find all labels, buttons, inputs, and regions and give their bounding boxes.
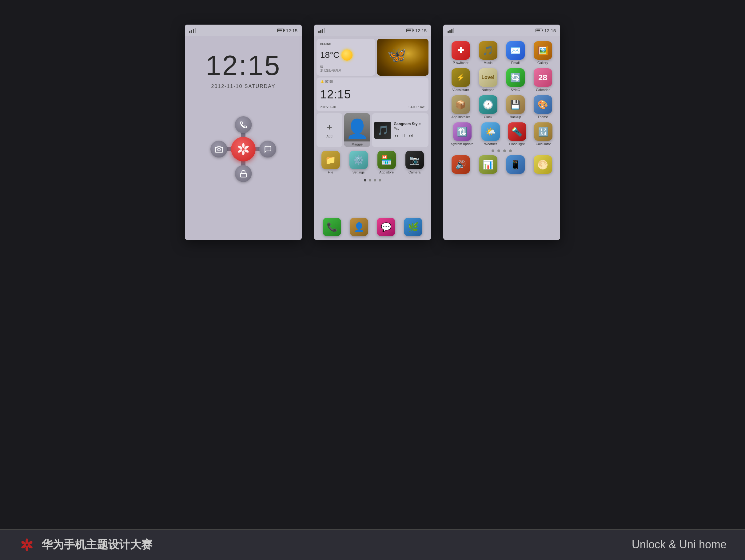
music-widget[interactable]: 🎵 Gangnam Style Psy ⏮ ⏸ ⏭ (372, 113, 428, 147)
weather-city: BEIJING (320, 42, 371, 45)
footer-divider (0, 529, 745, 530)
app-calendar[interactable]: 28 Calendar (534, 68, 552, 92)
photo-widget[interactable] (377, 39, 428, 76)
flashlight-label: Flash light (509, 142, 524, 146)
dot-4 (379, 179, 381, 182)
status-right-2: 12:15 (406, 28, 427, 33)
app-file[interactable]: 📁 File (321, 151, 340, 174)
app-clock[interactable]: 🕐 Clock (479, 95, 497, 119)
status-time-3: 12:15 (544, 28, 556, 33)
app-flashlight[interactable]: 🔦 Flash light (508, 122, 526, 146)
clock-label: Clock (484, 115, 492, 119)
phone1-lockscreen: 12:15 12:15 2012-11-10 SATURDAY (185, 25, 302, 240)
app-camera[interactable]: 📷 Camera (406, 151, 424, 174)
huawei-home-button[interactable] (231, 137, 256, 161)
extra4-icon: 🌕 (534, 155, 552, 174)
clock-widget[interactable]: 🔔 07:58 12:15 2012-11-10 SATURDAY (317, 77, 428, 111)
prev-button[interactable]: ⏮ (394, 133, 399, 138)
app-pswitcher[interactable]: ✚ P-switcher (452, 41, 470, 65)
battery-icon-2 (406, 29, 413, 32)
app-extra2[interactable]: 📊 (479, 155, 497, 174)
dock-message-icon: 💬 (377, 218, 395, 236)
p3dot-2 (497, 150, 500, 152)
app-theme[interactable]: 🎨 Theme (534, 95, 552, 119)
calendar-label: Calendar (536, 88, 550, 92)
sync-label: SYNC (511, 88, 520, 92)
app-sysupdate[interactable]: 🔃 System update (451, 122, 474, 146)
status-bar-2: 12:15 (314, 25, 431, 36)
weather-icon: 🌤️ (481, 122, 500, 141)
page-dots (317, 178, 428, 183)
app-settings[interactable]: ⚙️ Settings (350, 151, 368, 174)
gallery-label: Gallery (538, 61, 548, 65)
svg-point-5 (242, 151, 245, 155)
arm-bottom-lock[interactable] (235, 165, 252, 182)
weather-widget[interactable]: BEIJING 18°C 晴 东北偏北4级阵风 (317, 39, 375, 76)
svg-point-6 (237, 149, 243, 154)
appstore-icon: 🏪 (378, 151, 396, 169)
app-extra4[interactable]: 🌕 (534, 155, 552, 174)
app-row-5: 🔊 📊 📱 🌕 (446, 154, 558, 175)
contact-silhouette-icon: 👤 (346, 118, 369, 140)
sysupdate-icon: 🔃 (453, 122, 472, 141)
music-title: Gangnam Style (394, 122, 426, 127)
lock-icon (239, 170, 247, 178)
status-bar-3: 12:15 (443, 25, 560, 36)
app-music[interactable]: 🎵 Music (479, 41, 497, 65)
pause-button[interactable]: ⏸ (401, 133, 406, 138)
music-label: Music (484, 61, 492, 65)
vassistant-icon: ⚡ (452, 68, 470, 87)
settings-label: Settings (353, 170, 365, 174)
svg-point-2 (242, 143, 245, 148)
app-notepad[interactable]: Love! Notepad (479, 68, 497, 92)
dock-contacts-icon: 👤 (350, 218, 368, 236)
status-right-3: 12:15 (536, 28, 556, 33)
dock-browser[interactable]: 🌿 (404, 218, 422, 236)
app-appstore[interactable]: 🏪 App store (378, 151, 396, 174)
app-appinstaller[interactable]: 📦 App installer (451, 95, 470, 119)
app-weather[interactable]: 🌤️ Weather (481, 122, 500, 146)
app-email[interactable]: ✉️ Email (506, 41, 525, 65)
app-extra3[interactable]: 📱 (506, 155, 525, 174)
dock-message[interactable]: 💬 (377, 218, 395, 236)
battery-icon (277, 29, 284, 32)
contact-widget[interactable]: 👤 Maggie (344, 113, 370, 147)
add-plus-icon: + (327, 122, 332, 133)
p3dot-4 (509, 150, 512, 152)
appinstaller-label: App installer (451, 115, 470, 119)
phone-icon (239, 121, 247, 129)
next-button[interactable]: ⏭ (409, 133, 413, 138)
notepad-icon: Love! (479, 68, 497, 87)
backup-label: Backup (510, 115, 521, 119)
theme-label: Theme (538, 115, 548, 119)
svg-point-1 (218, 148, 220, 151)
arm-right-message[interactable] (259, 141, 276, 158)
camera-icon (215, 145, 223, 153)
app-backup[interactable]: 💾 Backup (506, 95, 525, 119)
lock-gesture-widget[interactable] (208, 114, 279, 185)
weather-label: Weather (484, 142, 497, 146)
lock-clock-display: 12:15 (205, 52, 281, 79)
extra2-icon: 📊 (479, 155, 497, 174)
signal-icon (189, 28, 196, 33)
add-widget[interactable]: + Add (317, 113, 342, 147)
footer-tagline: Unlock & Uni home (632, 538, 726, 551)
clock-day: SATURDAY (409, 105, 425, 109)
app-vassistant[interactable]: ⚡ V-assistant (452, 68, 470, 92)
p3dot-1 (491, 150, 494, 152)
arm-top-phone[interactable] (235, 116, 252, 133)
app-gallery[interactable]: 🖼️ Gallery (534, 41, 552, 65)
calculator-label: Calculator (536, 142, 551, 146)
gallery-icon: 🖼️ (534, 41, 552, 60)
email-icon: ✉️ (506, 41, 525, 60)
lockscreen-content: 12:15 2012-11-10 SATURDAY (185, 36, 302, 240)
app-row-2: ⚡ V-assistant Love! Notepad 🔄 SYNC (446, 66, 558, 94)
app-extra1[interactable]: 🔊 (452, 155, 470, 174)
dock-phone[interactable]: 📞 (323, 218, 341, 236)
app-sync[interactable]: 🔄 SYNC (506, 68, 525, 92)
appinstaller-icon: 📦 (452, 95, 470, 114)
clock-alarm: 🔔 07:58 (320, 80, 425, 83)
dock-contacts[interactable]: 👤 (350, 218, 368, 236)
app-calculator[interactable]: 🔢 Calculator (534, 122, 552, 146)
arm-left-camera[interactable] (210, 141, 227, 158)
